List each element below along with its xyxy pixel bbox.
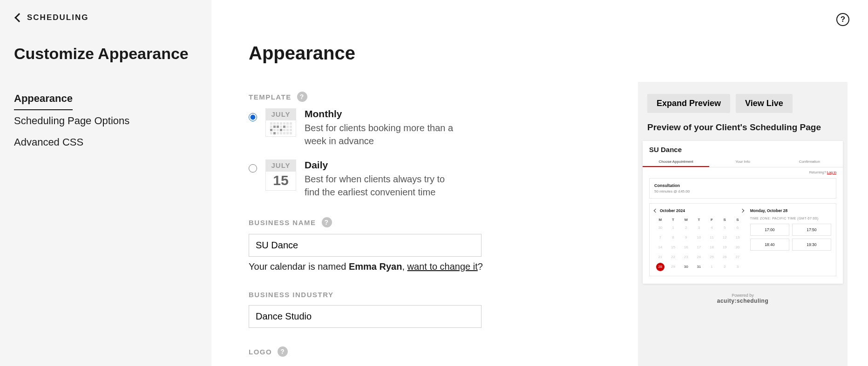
business-industry-input[interactable] [249,305,481,328]
calendar-day: 11 [706,233,718,241]
logo-help-icon[interactable]: ? [278,346,288,357]
calendar-day: 19 [719,243,731,251]
calendar-day: 2 [719,263,731,271]
preview-actions: Expand Preview View Live [643,94,843,113]
sidebar-title: Customize Appearance [14,45,197,63]
template-monthly-desc: Best for clients booking more than a wee… [305,121,454,147]
calendar-day: 3 [732,263,744,271]
calendar-day: 30 [654,224,666,232]
back-scheduling-link[interactable]: SCHEDULING [14,13,197,22]
template-label: TEMPLATE ? [249,92,593,102]
calendar-day: 8 [667,233,679,241]
weekday-header: W [680,218,692,222]
template-month-icon: JULY [265,108,296,137]
calendar-day: 14 [654,243,666,251]
weekday-header: S [719,218,731,222]
calendar-day: 4 [706,224,718,232]
help-icon: ? [841,15,845,24]
expand-preview-button[interactable]: Expand Preview [647,94,730,113]
calendar-day: 15 [667,243,679,251]
preview-biz-name: SU Dance [643,141,843,157]
preview-card: SU Dance Choose Appointment Your Info Co… [643,141,843,284]
template-option-daily[interactable]: JULY 15 Daily Best for when clients alwa… [249,160,593,199]
preview-panel: Expand Preview View Live Preview of your… [638,82,848,366]
calendar-day: 1 [706,263,718,271]
calendar-day: 31 [693,263,705,271]
template-radio-monthly[interactable] [249,113,257,121]
timezone-label: Time zone: Pacific Time (GMT-07:00) [750,217,831,220]
preview-login: Returning? Log in [649,170,836,174]
calendar-day: 10 [693,233,705,241]
calendar-month: October 2024 [660,208,685,213]
calendar-day: 26 [719,253,731,261]
calendar-day: 13 [732,233,744,241]
weekday-header: S [732,218,744,222]
calendar-day: 2 [680,224,692,232]
template-radio-daily[interactable] [249,164,257,173]
main: ? Appearance TEMPLATE ? JULY Monthly Bes… [211,0,868,366]
powered-by: Powered by acuity:scheduling [643,293,843,304]
nav-item-appearance[interactable]: Appearance [14,88,73,110]
weekday-header: F [706,218,718,222]
change-calendar-name-link[interactable]: want to change it [407,261,478,272]
calendar-day: 21 [654,253,666,261]
weekday-header: M [654,218,666,222]
calendar-day: 28 [656,263,665,271]
sidebar: SCHEDULING Customize Appearance Appearan… [0,0,211,366]
prev-month-icon [654,209,658,213]
calendar-day: 22 [667,253,679,261]
calendar-day: 23 [680,253,692,261]
logo-field: LOGO ? [249,346,593,357]
business-name-label: BUSINESS NAME ? [249,217,593,227]
calendar-day: 5 [719,224,731,232]
weekday-header: T [667,218,679,222]
page-title: Appearance [249,43,593,64]
business-industry-field: BUSINESS INDUSTRY [249,291,593,328]
back-label: SCHEDULING [27,13,88,22]
calendar-day: 3 [693,224,705,232]
preview-calendar-box: October 2024 MTWTFSS30123456789101112131… [649,203,836,276]
template-monthly-name: Monthly [305,108,593,120]
business-industry-label: BUSINESS INDUSTRY [249,291,593,299]
calendar-day: 29 [667,263,679,271]
nav-item-advanced-css[interactable]: Advanced CSS [14,132,197,153]
calendar-day: 7 [654,233,666,241]
business-name-helper: Your calendar is named Emma Ryan, want t… [249,261,593,272]
preview-title: Preview of your Client's Scheduling Page [643,122,843,133]
calendar-day: 25 [706,253,718,261]
preview-tabs: Choose Appointment Your Info Confirmatio… [643,157,843,167]
business-name-input[interactable] [249,234,481,257]
business-name-field: BUSINESS NAME ? Your calendar is named E… [249,217,593,272]
calendar-day: 16 [680,243,692,251]
view-live-button[interactable]: View Live [736,94,793,113]
template-option-monthly[interactable]: JULY Monthly Best for clients booking mo… [249,108,593,147]
calendar-day: 9 [680,233,692,241]
time-slots: 17:0017:5018:4019:30 [750,224,831,251]
calendar-day: 27 [732,253,744,261]
calendar-day: 1 [667,224,679,232]
form-column: Appearance TEMPLATE ? JULY Monthly Best … [211,13,631,366]
calendar-day: 6 [732,224,744,232]
time-slot: 18:40 [750,239,789,251]
weekday-header: T [693,218,705,222]
business-name-help-icon[interactable]: ? [322,217,332,227]
template-help-icon[interactable]: ? [297,92,307,102]
preview-login-link: Log in [827,170,836,174]
time-slot: 19:30 [792,239,831,251]
preview-appointment-box: Consultation 50 minutes @ £45.00 [649,178,836,199]
template-daily-name: Daily [305,160,593,171]
logo-label: LOGO ? [249,346,593,357]
selected-date-title: Monday, October 28 [750,208,831,213]
time-slot: 17:00 [750,224,789,236]
nav-item-scheduling-page-options[interactable]: Scheduling Page Options [14,110,197,132]
time-slot: 17:50 [792,224,831,236]
next-month-icon [740,209,744,213]
calendar-day: 30 [680,263,692,271]
sidebar-nav: Appearance Scheduling Page Options Advan… [14,88,197,153]
calendar-day: 20 [732,243,744,251]
calendar-grid: MTWTFSS301234567891011121314151617181920… [654,218,744,271]
help-button[interactable]: ? [836,13,849,26]
preview-tab-info: Your Info [709,157,776,167]
template-day-icon: JULY 15 [265,160,296,191]
template-daily-desc: Best for when clients always try to find… [305,173,454,199]
